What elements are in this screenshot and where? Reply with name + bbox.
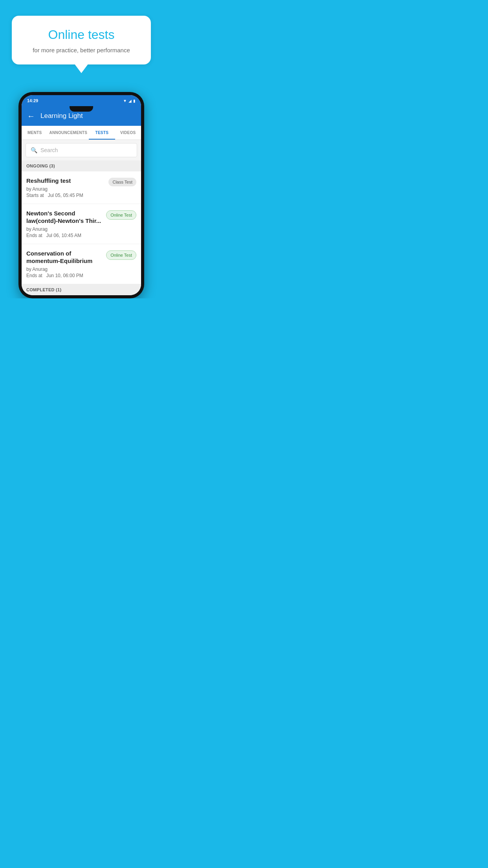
test-time-newtons: Ends at Jul 06, 10:45 AM (26, 233, 103, 238)
camera-notch (70, 106, 93, 112)
app-title: Learning Light (40, 112, 83, 120)
phone-screen: 14:29 ▼ ◢ ▮ ← Learning Light MENTS ANNOU… (22, 95, 141, 295)
test-time-reshuffling: Starts at Jul 05, 05:45 PM (26, 193, 105, 198)
signal-icon: ◢ (128, 99, 132, 103)
test-item-conservation[interactable]: Conservation of momentum-Equilibrium by … (22, 244, 141, 284)
test-title-newtons: Newton's Second law(contd)-Newton's Thir… (26, 210, 103, 225)
test-author-newtons: by Anurag (26, 226, 103, 232)
search-container: 🔍 Search (22, 140, 141, 160)
tab-videos[interactable]: VIDEOS (115, 126, 141, 140)
bubble-subtitle: for more practice, better performance (24, 47, 139, 53)
tab-ments[interactable]: MENTS (22, 126, 48, 140)
back-button[interactable]: ← (27, 112, 35, 121)
tab-tests[interactable]: TESTS (89, 126, 115, 140)
test-item-reshuffling[interactable]: Reshuffling test by Anurag Starts at Jul… (22, 171, 141, 204)
test-info-reshuffling: Reshuffling test by Anurag Starts at Jul… (26, 177, 105, 198)
test-info-newtons: Newton's Second law(contd)-Newton's Thir… (26, 210, 103, 238)
wifi-icon: ▼ (123, 99, 127, 103)
ongoing-section-header: ONGOING (3) (22, 160, 141, 171)
search-placeholder-text: Search (40, 147, 58, 153)
phone-container: 14:29 ▼ ◢ ▮ ← Learning Light MENTS ANNOU… (0, 92, 163, 298)
test-badge-reshuffling: Class Test (108, 178, 136, 186)
test-badge-newtons: Online Test (106, 210, 136, 220)
hero-section: Online tests for more practice, better p… (0, 0, 163, 72)
tab-announcements[interactable]: ANNOUNCE­MENTS (48, 126, 89, 140)
test-author-reshuffling: by Anurag (26, 186, 105, 192)
test-info-conservation: Conservation of momentum-Equilibrium by … (26, 250, 103, 278)
tabs-container: MENTS ANNOUNCE­MENTS TESTS VIDEOS (22, 126, 141, 140)
bubble-title: Online tests (24, 28, 139, 42)
test-badge-conservation: Online Test (106, 250, 136, 260)
test-author-conservation: by Anurag (26, 267, 103, 272)
status-icons: ▼ ◢ ▮ (123, 99, 136, 103)
test-time-conservation: Ends at Jun 10, 06:00 PM (26, 273, 103, 278)
test-title-conservation: Conservation of momentum-Equilibrium (26, 250, 103, 265)
test-title-reshuffling: Reshuffling test (26, 177, 105, 185)
search-icon: 🔍 (31, 147, 37, 153)
battery-icon: ▮ (133, 99, 136, 103)
test-item-newtons[interactable]: Newton's Second law(contd)-Newton's Thir… (22, 204, 141, 244)
completed-section-header: COMPLETED (1) (22, 284, 141, 295)
status-bar: 14:29 ▼ ◢ ▮ (22, 95, 141, 106)
phone-frame: 14:29 ▼ ◢ ▮ ← Learning Light MENTS ANNOU… (18, 92, 144, 298)
status-time: 14:29 (27, 98, 38, 103)
speech-bubble: Online tests for more practice, better p… (12, 16, 151, 64)
search-input[interactable]: 🔍 Search (26, 143, 137, 157)
